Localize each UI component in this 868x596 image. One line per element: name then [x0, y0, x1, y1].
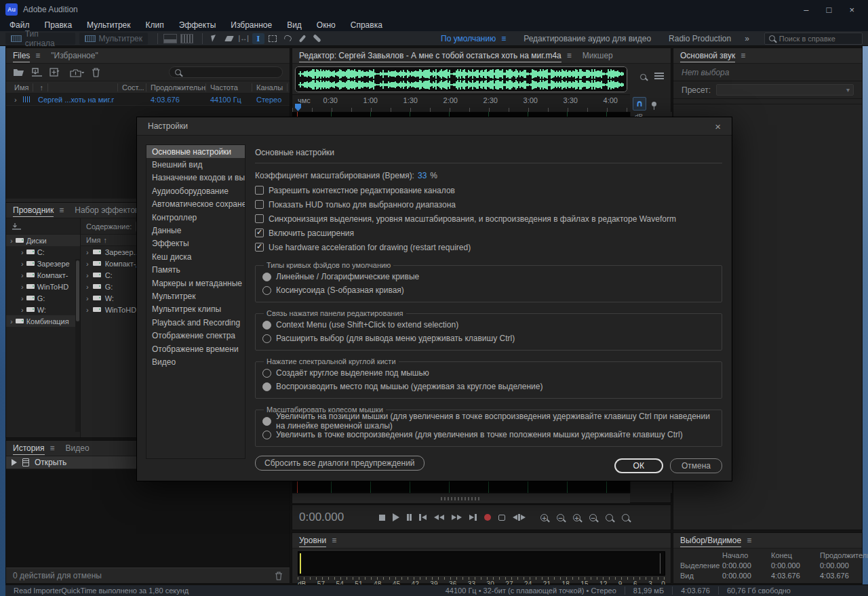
expand-caret-icon[interactable]: ›: [21, 248, 24, 256]
preferences-category[interactable]: Мультитрек: [146, 290, 245, 302]
minimize-button[interactable]: –: [804, 5, 808, 15]
tab-mixer[interactable]: Микшер: [583, 51, 613, 60]
panel-menu-icon[interactable]: ≡: [35, 51, 40, 60]
expand-caret-icon[interactable]: ›: [10, 317, 13, 325]
panel-menu-icon[interactable]: ≡: [59, 205, 64, 215]
tree-item[interactable]: › Компакт-: [6, 269, 80, 281]
help-search-box[interactable]: [764, 33, 863, 45]
view-end[interactable]: 4:03.676: [771, 572, 820, 580]
timeline-ruler[interactable]: чмс 0:301:001:302:002:303:003:304:00: [292, 94, 630, 112]
preferences-category[interactable]: Маркеры и метаданные: [146, 277, 245, 290]
zoom-to-selection-button[interactable]: [606, 514, 613, 521]
marquee-selection-tool[interactable]: [267, 33, 279, 44]
preference-checkbox-row[interactable]: Показать HUD только для выбранного диапа…: [255, 197, 722, 212]
panel-menu-icon[interactable]: ≡: [50, 443, 55, 453]
tree-scrollbar[interactable]: [75, 259, 80, 432]
preferences-category[interactable]: Кеш диска: [146, 250, 245, 263]
waveform-editor-button[interactable]: Тип сигнала: [5, 33, 75, 45]
expand-caret-icon[interactable]: ›: [21, 271, 24, 279]
export-icon[interactable]: [70, 68, 85, 77]
checkbox-icon[interactable]: [255, 214, 264, 223]
preference-checkbox-row[interactable]: Синхронизация выделения, уровня масштаби…: [255, 212, 722, 226]
radio-option[interactable]: Увеличить на позиции мышки (для увеличен…: [262, 414, 715, 428]
play-button[interactable]: [393, 512, 399, 523]
preferences-category[interactable]: Назначение входов и выходов: [146, 172, 245, 184]
spot-healing-brush-tool[interactable]: [311, 33, 323, 44]
file-row[interactable]: › Сергей ...хоть на миг.m4a 4:03.676 441…: [6, 94, 290, 106]
preset-dropdown[interactable]: ▾: [716, 84, 854, 96]
waveform-overview[interactable]: [295, 66, 627, 92]
help-search-input[interactable]: [779, 35, 854, 43]
selection-end[interactable]: 0:00.000: [771, 561, 820, 570]
maximize-button[interactable]: □: [827, 5, 832, 15]
pause-button[interactable]: [407, 512, 412, 523]
radio-icon[interactable]: [262, 382, 271, 391]
menu-item[interactable]: Справка: [351, 20, 382, 30]
radio-option[interactable]: Расширить выбор (для вывода меню удержив…: [262, 332, 715, 345]
expand-caret-icon[interactable]: ›: [10, 237, 13, 245]
panel-menu-icon[interactable]: ≡: [567, 51, 572, 60]
tree-item[interactable]: › Зарезере: [6, 258, 80, 269]
checkbox-icon[interactable]: [255, 200, 264, 209]
workspace-default[interactable]: По умолчанию: [441, 34, 496, 43]
preferences-category[interactable]: Видео: [146, 355, 245, 368]
column-sample-rate[interactable]: Частота: [206, 83, 252, 92]
snap-magnet-icon[interactable]: ∩: [633, 97, 646, 111]
dialog-title-bar[interactable]: Настройки ×: [137, 117, 732, 136]
panel-menu-icon[interactable]: ≡: [741, 51, 745, 60]
radio-icon[interactable]: [262, 286, 271, 295]
cancel-button[interactable]: Отмена: [670, 458, 722, 473]
radio-icon[interactable]: [262, 369, 271, 378]
marker-pin-icon[interactable]: [652, 102, 656, 106]
menu-item[interactable]: Вид: [287, 20, 302, 30]
preferences-category[interactable]: Контроллер: [146, 211, 245, 224]
radio-option[interactable]: Косинусоида (S-образная кривая): [262, 283, 715, 297]
preferences-category[interactable]: Отображение спектра: [146, 329, 245, 342]
expand-caret-icon[interactable]: ›: [86, 248, 89, 256]
workspace-overflow-icon[interactable]: »: [745, 34, 749, 43]
tree-item[interactable]: › Комбинация: [6, 315, 80, 327]
tab-effects-rack[interactable]: Набор эффектов: [75, 205, 139, 215]
preferences-category[interactable]: Мультитрек клипы: [146, 303, 245, 316]
workspace-menu-icon[interactable]: ≡: [501, 34, 506, 43]
workspace-edit-audio-video[interactable]: Редактирование аудио для видео: [524, 34, 651, 43]
zoom-out-vertical-button[interactable]: [557, 514, 564, 521]
selection-start[interactable]: 0:00.000: [722, 561, 771, 570]
expand-caret-icon[interactable]: ›: [21, 294, 24, 302]
tree-item[interactable]: › W:: [6, 304, 80, 315]
tab-files[interactable]: Files: [13, 51, 30, 62]
preference-checkbox-row[interactable]: Включить расширения: [255, 226, 722, 240]
radio-icon[interactable]: [262, 321, 271, 330]
tab-favorites[interactable]: "Избранное": [51, 51, 98, 60]
tab-levels[interactable]: Уровни: [299, 536, 326, 547]
expand-caret-icon[interactable]: ›: [86, 271, 89, 279]
radio-icon[interactable]: [262, 273, 271, 281]
zoom-reset-icon[interactable]: [640, 74, 646, 80]
zoom-in-horizontal-button[interactable]: [573, 514, 580, 521]
preferences-category[interactable]: Аудиооборудование: [146, 184, 245, 197]
menu-item[interactable]: Мультитрек: [87, 20, 130, 30]
panel-menu-icon[interactable]: ≡: [747, 536, 751, 545]
tree-item[interactable]: › C:: [6, 246, 80, 258]
expand-caret-icon[interactable]: ›: [21, 306, 24, 314]
preferences-category[interactable]: Отображение времени: [146, 342, 245, 355]
view-duration[interactable]: 4:03.676: [820, 572, 868, 580]
stop-button[interactable]: [379, 512, 385, 523]
selection-duration[interactable]: 0:00.000: [820, 561, 868, 570]
menu-item[interactable]: Окно: [317, 20, 336, 30]
zoom-out-horizontal-button[interactable]: [589, 514, 597, 521]
radio-icon[interactable]: [262, 417, 271, 426]
column-channels[interactable]: Каналы: [252, 83, 288, 92]
import-file-icon[interactable]: [31, 68, 43, 77]
preferences-category[interactable]: Автоматическое сохранение: [146, 198, 245, 211]
open-file-icon[interactable]: [13, 68, 24, 77]
record-button[interactable]: [484, 512, 491, 523]
fast-forward-button[interactable]: [452, 512, 462, 523]
trash-icon[interactable]: [92, 68, 100, 77]
preferences-category[interactable]: Основные настройки: [146, 145, 245, 158]
tab-editor[interactable]: Редактор: Сергей Завьялов - А мне с тобо…: [299, 51, 561, 62]
tab-history[interactable]: История: [13, 443, 45, 455]
files-search-box[interactable]: [169, 66, 283, 78]
razor-tool[interactable]: [223, 33, 235, 44]
loop-playback-button[interactable]: [498, 512, 505, 523]
